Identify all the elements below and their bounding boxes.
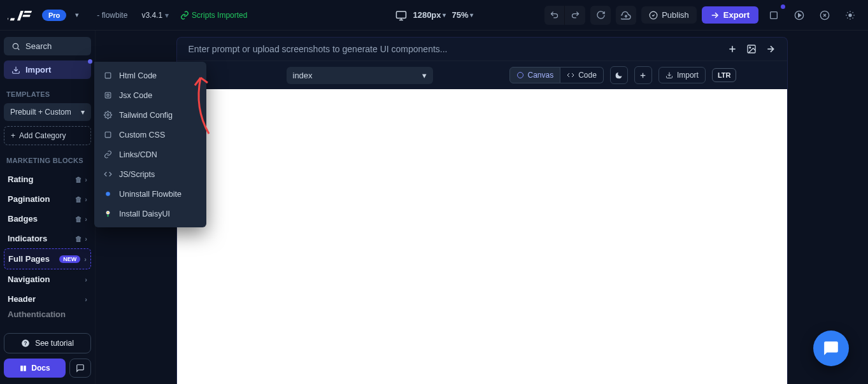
project-name: - flowbite: [97, 11, 127, 20]
import-context-menu: Html Code Jsx Code Tailwind Config Custo…: [94, 62, 206, 227]
trash-icon[interactable]: 🗑: [75, 215, 82, 223]
svg-line-16: [847, 12, 848, 13]
redo-button[interactable]: [565, 6, 585, 25]
menu-install-daisyui[interactable]: Install DaisyUI: [94, 204, 206, 224]
canvas-import-button[interactable]: Import: [658, 67, 706, 83]
canvas[interactable]: [177, 89, 787, 384]
scripts-imported-status: Scripts Imported: [180, 11, 247, 20]
svg-text:?: ?: [24, 341, 27, 346]
import-button[interactable]: Import: [4, 60, 91, 79]
theme-toggle-icon[interactable]: [840, 6, 860, 25]
page-selector[interactable]: index ▾: [287, 67, 433, 84]
sidebar: Search Import TEMPLATES Prebuilt + Custo…: [0, 31, 96, 384]
marketing-blocks-label: MARKETING BLOCKS: [4, 157, 91, 164]
plus-icon[interactable]: [727, 44, 737, 54]
menu-uninstall-flowbite[interactable]: Uninstall Flowbite: [94, 184, 206, 204]
code-tab[interactable]: Code: [560, 67, 604, 83]
html-icon: [103, 71, 113, 80]
gear-icon: [103, 110, 113, 120]
sidebar-item-header[interactable]: Header›: [4, 289, 91, 309]
prompt-input[interactable]: Enter prompt or upload screenshots to ge…: [189, 44, 721, 54]
svg-rect-41: [107, 215, 108, 217]
download-icon: [11, 66, 20, 75]
publish-button[interactable]: Publish: [641, 6, 697, 24]
chat-icon: [823, 340, 839, 357]
dark-mode-toggle[interactable]: [610, 66, 628, 84]
svg-line-19: [853, 12, 853, 13]
help-icon: ?: [21, 339, 30, 348]
arrow-right-icon[interactable]: [765, 44, 776, 54]
add-page-button[interactable]: [634, 66, 652, 84]
layers-icon[interactable]: [764, 6, 784, 25]
chevron-right-icon: ›: [85, 196, 87, 203]
menu-js-scripts[interactable]: JS/Scripts: [94, 164, 206, 184]
search-button[interactable]: Search: [4, 37, 91, 55]
chevron-right-icon: ›: [84, 255, 87, 263]
sidebar-item-authentication[interactable]: Authentication: [4, 309, 91, 319]
svg-rect-4: [24, 11, 32, 13]
templates-section-label: TEMPLATES: [4, 90, 91, 98]
canvas-area: Enter prompt or upload screenshots to ge…: [96, 31, 868, 384]
jsx-icon: [103, 90, 113, 100]
see-tutorial-button[interactable]: ? See tutorial: [4, 333, 91, 353]
sidebar-item-pagination[interactable]: Pagination🗑›: [4, 189, 91, 209]
search-icon: [11, 42, 20, 51]
version-selector[interactable]: v3.4.1▾: [141, 11, 169, 20]
book-icon: [19, 364, 27, 373]
editor-panel: Enter prompt or upload screenshots to ge…: [176, 37, 788, 384]
link-icon: [103, 150, 113, 159]
export-button[interactable]: Export: [702, 6, 758, 24]
menu-tailwind-config[interactable]: Tailwind Config: [94, 105, 206, 125]
svg-rect-34: [105, 73, 111, 78]
svg-line-18: [847, 17, 848, 18]
svg-line-21: [18, 48, 20, 50]
chevron-down-icon: ▾: [81, 108, 85, 117]
svg-rect-35: [105, 92, 111, 98]
sidebar-item-badges[interactable]: Badges🗑›: [4, 209, 91, 229]
pro-badge: Pro: [42, 10, 66, 21]
canvas-tab[interactable]: Canvas: [509, 67, 561, 83]
add-category-button[interactable]: + Add Category: [4, 126, 91, 145]
undo-button[interactable]: [544, 6, 565, 25]
image-icon[interactable]: [746, 44, 757, 54]
canvas-zoom[interactable]: 75%▾: [452, 10, 473, 20]
sidebar-item-full-pages[interactable]: Full PagesNEW›: [4, 248, 91, 269]
chat-help-button[interactable]: [69, 359, 91, 378]
sidebar-item-rating[interactable]: Rating🗑›: [4, 169, 91, 189]
ltr-toggle[interactable]: LTR: [712, 68, 737, 82]
menu-links-cdn[interactable]: Links/CDN: [94, 145, 206, 164]
preview-icon[interactable]: [789, 6, 809, 25]
flowbite-icon: [103, 189, 113, 199]
svg-rect-3: [22, 15, 30, 17]
device-icon[interactable]: [395, 10, 406, 21]
code-icon: [103, 169, 113, 179]
chat-fab[interactable]: [813, 331, 849, 366]
sidebar-item-navigation[interactable]: Navigation›: [4, 269, 91, 289]
svg-rect-1: [10, 18, 15, 20]
chevron-right-icon: ›: [85, 176, 87, 183]
svg-marker-9: [799, 13, 801, 17]
svg-rect-0: [8, 18, 8, 20]
docs-button[interactable]: Docs: [4, 359, 66, 378]
trash-icon[interactable]: 🗑: [75, 196, 82, 203]
template-source-dropdown[interactable]: Prebuilt + Custom ▾: [4, 103, 91, 121]
message-icon: [76, 364, 85, 373]
cloud-sync-button[interactable]: [616, 6, 636, 25]
css-icon: [103, 130, 113, 139]
close-icon[interactable]: [815, 6, 835, 25]
canvas-width[interactable]: 1280px▾: [413, 10, 445, 20]
chevron-right-icon: ›: [85, 295, 87, 303]
svg-rect-7: [771, 11, 778, 18]
svg-rect-2: [17, 11, 24, 20]
svg-point-11: [848, 13, 851, 17]
menu-jsx-code[interactable]: Jsx Code: [94, 85, 206, 105]
svg-rect-37: [105, 132, 111, 138]
refresh-button[interactable]: [590, 6, 611, 25]
menu-custom-css[interactable]: Custom CSS: [94, 125, 206, 145]
menu-html-code[interactable]: Html Code: [94, 66, 206, 85]
svg-point-20: [13, 43, 18, 48]
trash-icon[interactable]: 🗑: [75, 235, 82, 243]
sidebar-item-indicators[interactable]: Indicators🗑›: [4, 229, 91, 248]
trash-icon[interactable]: 🗑: [75, 176, 82, 183]
project-dropdown-icon[interactable]: ▾: [73, 11, 82, 19]
